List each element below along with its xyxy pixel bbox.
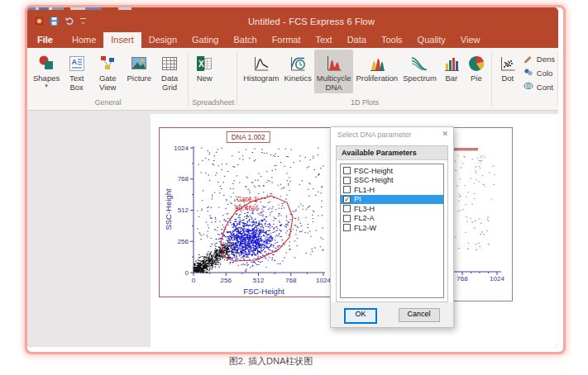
button-label: Data Grid <box>156 74 183 93</box>
ok-button[interactable]: OK <box>344 308 376 324</box>
histogram-icon <box>251 52 271 74</box>
data-grid-button[interactable]: Data Grid <box>154 50 185 93</box>
histogram-button[interactable]: Histogram <box>241 50 281 84</box>
checkbox-icon[interactable] <box>343 215 351 222</box>
tab-file[interactable]: File <box>27 32 65 48</box>
spectrum-icon <box>409 52 429 74</box>
new-spreadsheet-button[interactable]: X New <box>192 50 217 84</box>
tab-home[interactable]: Home <box>65 32 103 48</box>
tab-text[interactable]: Text <box>308 32 339 48</box>
group-label-2d-plots <box>494 98 557 110</box>
scatter-canvas: 0256512768102402565127681024Gate 190.46% <box>160 128 343 297</box>
tab-gating[interactable]: Gating <box>184 32 226 48</box>
group-label-general: General <box>29 98 187 110</box>
dot-button[interactable]: Dot <box>495 50 520 84</box>
close-icon[interactable]: ✕ <box>442 130 448 138</box>
tab-batch[interactable]: Batch <box>226 32 264 48</box>
parameters-listbox[interactable]: FSC-Height SSC-Height FL1-H ✓PI FL3-H FL… <box>340 164 444 298</box>
small-buttons-stack: Dens Colo Cont <box>520 50 555 93</box>
app-window: ⌄ Untitled - FCS Express 6 Flow File Hom… <box>27 7 558 347</box>
app-icon[interactable] <box>35 17 44 26</box>
tab-quality[interactable]: Quality <box>410 32 453 48</box>
svg-text:768: 768 <box>457 275 468 282</box>
spectrum-button[interactable]: Spectrum <box>400 50 439 84</box>
proliferation-button[interactable]: Proliferation <box>353 50 400 84</box>
checkbox-checked-icon[interactable]: ✓ <box>343 196 351 203</box>
parameter-label: FSC-Height <box>354 167 393 175</box>
parameter-row-selected[interactable]: ✓PI <box>341 195 443 205</box>
parameter-row[interactable]: SSC-Height <box>341 176 443 186</box>
button-label: New <box>197 74 213 83</box>
save-icon[interactable] <box>50 17 59 26</box>
button-label: Proliferation <box>356 74 398 83</box>
parameter-row[interactable]: FL3-H <box>341 204 443 214</box>
ribbon-group-spreadsheet: X New Spreadsheet <box>189 48 237 110</box>
button-label: Pie <box>471 74 482 83</box>
multicycle-dna-button[interactable]: Multicycle DNA <box>314 50 354 93</box>
parameter-label: FL2-W <box>354 224 376 232</box>
checkbox-icon[interactable] <box>343 224 351 231</box>
svg-text:256: 256 <box>178 238 189 245</box>
scatter-plot-fsc-ssc[interactable]: 0256512768102402565127681024Gate 190.46%… <box>159 127 344 297</box>
ribbon-group-general: Shapes ▾ A Text Box Gate View <box>27 48 189 110</box>
button-label: Dens <box>537 55 555 64</box>
picture-button[interactable]: Picture <box>124 50 154 84</box>
checkbox-icon[interactable] <box>343 177 351 184</box>
button-label: Multicycle DNA <box>317 74 351 93</box>
kinetics-button[interactable]: Kinetics <box>281 50 313 84</box>
screenshot-frame: ⌄ Untitled - FCS Express 6 Flow File Hom… <box>25 5 566 354</box>
button-label: Text Box <box>65 74 88 93</box>
group-label-1d-plots: 1D Plots <box>239 98 490 110</box>
svg-text:1024: 1024 <box>316 277 331 284</box>
plot-title: DNA 1.002 <box>227 131 270 143</box>
button-label: Bar <box>445 74 457 83</box>
parameter-label: SSC-Height <box>354 176 394 184</box>
bar-button[interactable]: Bar <box>439 50 464 84</box>
color-button[interactable]: Colo <box>523 67 555 78</box>
qat-customize-icon[interactable]: ⌄ <box>80 18 86 25</box>
parameter-row[interactable]: FL1-H <box>341 185 443 195</box>
color-dot-icon <box>523 67 533 78</box>
shapes-icon <box>36 52 56 74</box>
parameter-row[interactable]: FL2-W <box>341 223 443 233</box>
shapes-button[interactable]: Shapes ▾ <box>31 50 62 89</box>
x-axis-label: FSC-Height <box>184 287 343 296</box>
dialog-title: Select DNA parameter <box>337 131 412 139</box>
parameter-label: FL2-A <box>354 214 375 222</box>
group-label-spreadsheet: Spreadsheet <box>190 98 236 110</box>
parameter-row[interactable]: FSC-Height <box>341 166 443 176</box>
dialog-footer: OK Cancel <box>331 302 453 327</box>
tab-insert[interactable]: Insert <box>103 32 141 48</box>
picture-icon <box>129 52 149 74</box>
button-label: Spectrum <box>403 74 437 83</box>
tab-tools[interactable]: Tools <box>374 32 410 48</box>
gate-view-icon <box>98 52 117 74</box>
button-label: Gate View <box>93 74 122 93</box>
contour-button[interactable]: Cont <box>523 81 555 93</box>
svg-text:A: A <box>71 58 77 66</box>
panel-header: Available Parameters <box>337 146 447 160</box>
checkbox-icon[interactable] <box>343 167 351 174</box>
gate-view-button[interactable]: Gate View <box>91 50 124 93</box>
checkbox-icon[interactable] <box>343 205 351 212</box>
svg-text:768: 768 <box>178 175 189 183</box>
text-box-button[interactable]: A Text Box <box>62 50 91 93</box>
tab-design[interactable]: Design <box>141 32 184 48</box>
density-button[interactable]: Dens <box>523 53 555 64</box>
parameters-panel: Available Parameters FSC-Height SSC-Heig… <box>336 145 448 302</box>
density-icon <box>523 53 533 64</box>
svg-text:Gate 1: Gate 1 <box>237 195 258 203</box>
undo-icon[interactable] <box>65 17 74 26</box>
figure-caption: 图2. 插入DNA柱状图 <box>0 355 588 368</box>
tab-view[interactable]: View <box>453 32 488 48</box>
parameter-row[interactable]: FL2-A <box>341 214 443 224</box>
spreadsheet-icon: X <box>194 52 214 74</box>
parameter-label: FL1-H <box>354 186 375 194</box>
svg-text:512: 512 <box>253 277 265 284</box>
cancel-button[interactable]: Cancel <box>399 308 440 322</box>
proliferation-icon <box>367 52 387 74</box>
tab-format[interactable]: Format <box>265 32 308 48</box>
pie-button[interactable]: Pie <box>464 50 489 84</box>
checkbox-icon[interactable] <box>343 186 351 193</box>
tab-data[interactable]: Data <box>340 32 374 48</box>
